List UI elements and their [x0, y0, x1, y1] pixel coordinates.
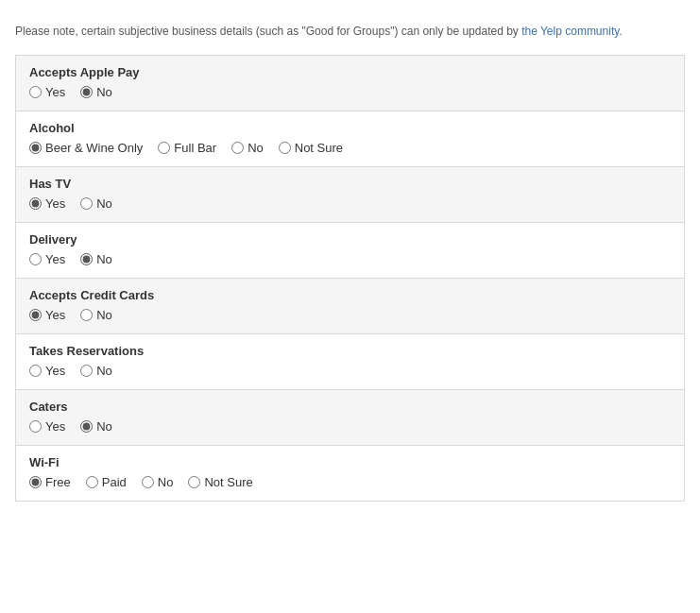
- radio-option-caters-yes[interactable]: Yes: [29, 419, 65, 434]
- radio-group-has-tv: YesNo: [29, 196, 671, 211]
- radio-input-has-tv-yes[interactable]: [29, 197, 42, 210]
- radio-group-alcohol: Beer & Wine OnlyFull BarNoNot Sure: [29, 141, 671, 155]
- radio-input-takes-reservations-no[interactable]: [80, 365, 93, 377]
- radio-option-delivery-yes[interactable]: Yes: [29, 252, 65, 266]
- radio-option-wifi-free[interactable]: Free: [29, 475, 71, 489]
- radio-group-accepts-credit-cards: YesNo: [29, 308, 671, 322]
- radio-label-takes-reservations-yes: Yes: [45, 364, 65, 378]
- radio-option-alcohol-not-sure[interactable]: Not Sure: [279, 141, 343, 155]
- section-label-wifi: Wi-Fi: [29, 455, 671, 469]
- radio-option-wifi-paid[interactable]: Paid: [86, 475, 127, 489]
- radio-option-alcohol-beer-wine-only[interactable]: Beer & Wine Only: [29, 141, 143, 155]
- radio-label-caters-yes: Yes: [45, 419, 65, 434]
- radio-input-alcohol-not-sure[interactable]: [279, 142, 291, 154]
- radio-option-alcohol-no[interactable]: No: [231, 141, 264, 155]
- radio-input-delivery-no[interactable]: [80, 253, 93, 265]
- radio-input-wifi-free[interactable]: [29, 476, 42, 488]
- radio-input-accepts-credit-cards-no[interactable]: [80, 309, 93, 321]
- radio-label-delivery-no: No: [96, 252, 112, 266]
- radio-option-delivery-no[interactable]: No: [80, 252, 112, 266]
- radio-input-caters-yes[interactable]: [29, 420, 42, 433]
- radio-group-wifi: FreePaidNoNot Sure: [29, 475, 671, 489]
- radio-label-accepts-apple-pay-yes: Yes: [45, 85, 65, 99]
- radio-input-delivery-yes[interactable]: [29, 253, 42, 265]
- section-label-has-tv: Has TV: [29, 177, 671, 191]
- radio-label-wifi-not-sure: Not Sure: [204, 475, 252, 489]
- radio-label-wifi-paid: Paid: [102, 475, 127, 489]
- radio-label-accepts-apple-pay-no: No: [96, 85, 112, 99]
- radio-option-accepts-credit-cards-no[interactable]: No: [80, 308, 112, 322]
- radio-label-wifi-no: No: [158, 475, 174, 489]
- radio-option-takes-reservations-yes[interactable]: Yes: [29, 364, 65, 378]
- radio-input-takes-reservations-yes[interactable]: [29, 365, 42, 377]
- radio-label-has-tv-yes: Yes: [45, 196, 65, 211]
- section-wifi: Wi-FiFreePaidNoNot Sure: [15, 446, 685, 502]
- radio-option-accepts-apple-pay-no[interactable]: No: [80, 85, 112, 99]
- section-alcohol: AlcoholBeer & Wine OnlyFull BarNoNot Sur…: [15, 111, 685, 167]
- sections-container: Accepts Apple PayYesNoAlcoholBeer & Wine…: [15, 55, 685, 502]
- section-label-alcohol: Alcohol: [29, 121, 671, 135]
- radio-input-accepts-apple-pay-yes[interactable]: [29, 86, 42, 98]
- radio-option-has-tv-no[interactable]: No: [80, 196, 112, 211]
- radio-option-takes-reservations-no[interactable]: No: [80, 364, 112, 378]
- radio-input-alcohol-no[interactable]: [231, 142, 244, 154]
- radio-input-accepts-credit-cards-yes[interactable]: [29, 309, 42, 321]
- section-label-delivery: Delivery: [29, 232, 671, 247]
- radio-label-accepts-credit-cards-yes: Yes: [45, 308, 65, 322]
- radio-option-wifi-no[interactable]: No: [142, 475, 174, 489]
- section-label-accepts-credit-cards: Accepts Credit Cards: [29, 288, 671, 302]
- radio-input-alcohol-beer-wine-only[interactable]: [29, 142, 42, 154]
- radio-label-wifi-free: Free: [45, 475, 71, 489]
- section-accepts-apple-pay: Accepts Apple PayYesNo: [15, 55, 685, 111]
- section-label-takes-reservations: Takes Reservations: [29, 344, 671, 358]
- yelp-link[interactable]: the Yelp community: [521, 25, 619, 38]
- section-caters: CatersYesNo: [15, 390, 685, 446]
- radio-group-accepts-apple-pay: YesNo: [29, 85, 671, 99]
- section-label-caters: Caters: [29, 400, 671, 414]
- radio-input-wifi-not-sure[interactable]: [188, 476, 200, 488]
- radio-label-has-tv-no: No: [96, 196, 112, 211]
- radio-group-delivery: YesNo: [29, 252, 671, 266]
- radio-input-wifi-no[interactable]: [142, 476, 154, 488]
- radio-option-alcohol-full-bar[interactable]: Full Bar: [158, 141, 216, 155]
- subtitle: Please note, certain subjective business…: [15, 23, 685, 40]
- section-label-accepts-apple-pay: Accepts Apple Pay: [29, 65, 671, 79]
- section-delivery: DeliveryYesNo: [15, 223, 685, 279]
- section-takes-reservations: Takes ReservationsYesNo: [15, 334, 685, 390]
- radio-option-accepts-apple-pay-yes[interactable]: Yes: [29, 85, 65, 99]
- radio-input-wifi-paid[interactable]: [86, 476, 98, 488]
- radio-input-alcohol-full-bar[interactable]: [158, 142, 170, 154]
- radio-label-alcohol-not-sure: Not Sure: [295, 141, 343, 155]
- radio-group-takes-reservations: YesNo: [29, 364, 671, 378]
- radio-label-alcohol-full-bar: Full Bar: [174, 141, 216, 155]
- radio-input-has-tv-no[interactable]: [80, 197, 93, 210]
- radio-label-alcohol-beer-wine-only: Beer & Wine Only: [45, 141, 143, 155]
- radio-option-has-tv-yes[interactable]: Yes: [29, 196, 65, 211]
- radio-label-takes-reservations-no: No: [96, 364, 112, 378]
- section-has-tv: Has TVYesNo: [15, 167, 685, 223]
- radio-label-delivery-yes: Yes: [45, 252, 65, 266]
- radio-option-wifi-not-sure[interactable]: Not Sure: [188, 475, 252, 489]
- radio-label-accepts-credit-cards-no: No: [96, 308, 112, 322]
- radio-option-caters-no[interactable]: No: [80, 419, 112, 434]
- radio-input-caters-no[interactable]: [80, 420, 93, 433]
- radio-input-accepts-apple-pay-no[interactable]: [80, 86, 93, 98]
- radio-group-caters: YesNo: [29, 419, 671, 434]
- radio-option-accepts-credit-cards-yes[interactable]: Yes: [29, 308, 65, 322]
- section-accepts-credit-cards: Accepts Credit CardsYesNo: [15, 279, 685, 334]
- radio-label-alcohol-no: No: [248, 141, 264, 155]
- radio-label-caters-no: No: [96, 419, 112, 434]
